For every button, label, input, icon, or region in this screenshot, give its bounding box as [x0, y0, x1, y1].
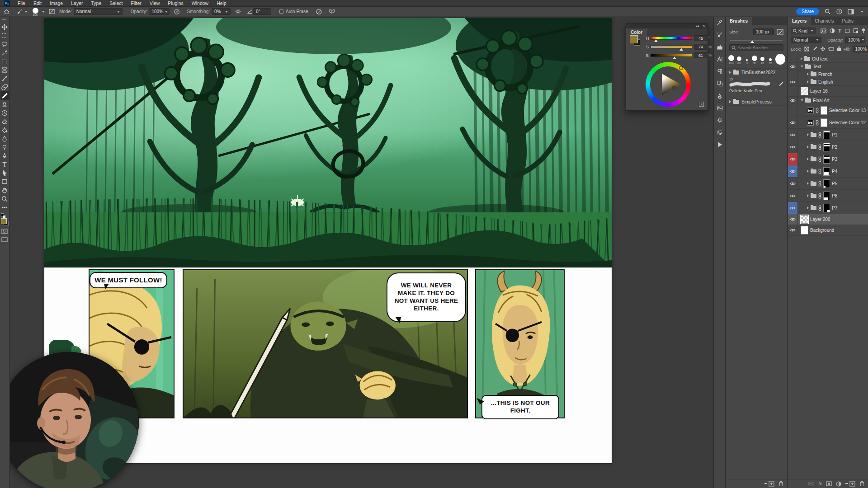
recent-brush-90[interactable]: 90	[751, 56, 758, 65]
lock-position-icon[interactable]	[820, 46, 826, 52]
visibility-toggle[interactable]	[788, 178, 798, 189]
dodge-tool-icon[interactable]	[0, 143, 9, 151]
zoom-tool-icon[interactable]	[0, 194, 9, 203]
color-wheel[interactable]	[646, 62, 691, 107]
visibility-toggle[interactable]	[788, 190, 798, 202]
eraser-tool-icon[interactable]	[0, 117, 9, 126]
pen-tool-icon[interactable]	[0, 151, 9, 160]
selected-brush-preview[interactable]	[775, 54, 785, 65]
brush-group-timbrushes2022[interactable]: TimBrushes2022	[726, 68, 787, 76]
layer-opacity-input[interactable]: 100%	[845, 37, 865, 43]
lock-transparency-icon[interactable]	[804, 47, 809, 52]
visibility-toggle[interactable]	[788, 225, 798, 235]
menu-edit[interactable]: Edit	[29, 0, 46, 7]
brush-preview[interactable]: 100	[30, 8, 40, 16]
layer-row-background[interactable]: Background	[788, 225, 868, 236]
lock-all-icon[interactable]	[837, 46, 841, 52]
color-value-b[interactable]: 61	[694, 52, 707, 58]
panel-collapse-icon[interactable]: ◂◂	[695, 24, 699, 28]
visibility-toggle[interactable]	[788, 165, 798, 177]
quick-selection-tool-icon[interactable]	[0, 48, 9, 57]
filter-shape-layers-icon[interactable]	[844, 28, 850, 33]
layer-row-old-text[interactable]: Old text	[788, 55, 868, 63]
tool-presets-panel-icon[interactable]	[716, 19, 724, 27]
layer-row-french[interactable]: French	[788, 70, 868, 78]
type-tool-icon[interactable]	[0, 160, 9, 169]
smoothing-input[interactable]: 0%	[212, 8, 231, 15]
history-panel-icon[interactable]	[716, 128, 724, 136]
blend-mode-select[interactable]: Normal	[74, 8, 123, 15]
frame-tool-icon[interactable]	[0, 66, 9, 74]
lock-artboard-icon[interactable]	[828, 47, 834, 52]
menu-layer[interactable]: Layer	[67, 0, 87, 7]
share-button[interactable]: Share	[796, 8, 819, 15]
foreground-color-swatch-small[interactable]	[630, 35, 638, 43]
layer-row-english[interactable]: English	[788, 78, 868, 86]
opacity-input[interactable]: 100%	[149, 8, 170, 15]
visibility-toggle[interactable]	[788, 129, 798, 141]
layer-blend-mode-select[interactable]: Normal	[791, 37, 821, 43]
history-brush-tool-icon[interactable]	[0, 108, 9, 117]
search-icon[interactable]	[824, 8, 831, 15]
character-styles-panel-icon[interactable]	[716, 80, 724, 88]
layer-row-layer-16[interactable]: Layer 16	[788, 86, 868, 97]
crop-tool-icon[interactable]	[0, 57, 9, 66]
menu-image[interactable]: Image	[46, 0, 67, 7]
visibility-toggle[interactable]	[788, 55, 798, 62]
menu-window[interactable]: Window	[188, 0, 212, 7]
visibility-toggle[interactable]	[788, 104, 798, 116]
layer-row-layer-200[interactable]: Layer 200	[788, 214, 868, 225]
pressure-size-icon[interactable]	[316, 8, 323, 15]
color-panel-swatches[interactable]	[630, 35, 642, 47]
filter-type-layers-icon[interactable]: T	[838, 28, 841, 33]
hue-marker[interactable]	[679, 66, 683, 70]
tab-paths[interactable]: Paths	[838, 17, 858, 25]
visibility-toggle[interactable]	[788, 202, 798, 214]
layer-row-p4[interactable]: P4	[788, 165, 868, 178]
workspace-chevron-icon[interactable]	[861, 11, 863, 13]
shape-tool-icon[interactable]	[0, 177, 9, 186]
menu-help[interactable]: Help	[212, 0, 231, 7]
clone-stamp-tool-icon[interactable]	[0, 100, 9, 108]
histogram-panel-icon[interactable]	[716, 43, 724, 51]
healing-brush-tool-icon[interactable]	[0, 83, 9, 91]
smoothing-options-gear-icon[interactable]	[234, 8, 241, 15]
layer-row-text[interactable]: Text	[788, 63, 868, 70]
lock-pixels-icon[interactable]	[812, 46, 817, 52]
layer-row-p5[interactable]: P5	[788, 178, 868, 190]
filter-smart-objects-icon[interactable]	[853, 28, 859, 33]
delete-brush-icon[interactable]	[778, 481, 783, 487]
color-slider-s[interactable]: S74%	[646, 44, 712, 50]
tab-brushes[interactable]: Brushes	[726, 17, 752, 25]
visibility-toggle[interactable]	[788, 70, 798, 78]
layer-fill-input[interactable]: 100%	[853, 46, 868, 52]
color-panel-expand-icon[interactable]: +	[699, 102, 704, 107]
layer-row-selective-color-13[interactable]: Selective Color 13	[788, 104, 868, 117]
recent-brush-100[interactable]: 100	[727, 55, 735, 65]
new-adjustment-layer-icon[interactable]	[836, 481, 841, 487]
edit-toolbar-icon[interactable]	[0, 203, 9, 211]
visibility-toggle[interactable]	[788, 214, 798, 225]
paragraph-panel-icon[interactable]	[716, 67, 724, 75]
layer-effects-icon[interactable]: fx	[818, 481, 822, 486]
brush-tool-preset-icon[interactable]	[16, 8, 23, 15]
menu-view[interactable]: View	[146, 0, 164, 7]
color-value-h[interactable]: 45	[694, 35, 707, 41]
brush-group-simpleprocess[interactable]: SimpleProcess	[726, 98, 787, 106]
toolbar-collapse-icon[interactable]: ▸▸	[2, 18, 6, 21]
glyphs-panel-icon[interactable]	[716, 92, 724, 100]
color-value-s[interactable]: 74	[694, 44, 707, 50]
recent-brush-15[interactable]: 15	[767, 58, 774, 65]
marquee-tool-icon[interactable]	[0, 31, 9, 40]
add-layer-mask-icon[interactable]	[826, 481, 832, 486]
visibility-toggle[interactable]	[788, 63, 798, 70]
visibility-toggle[interactable]	[788, 86, 798, 96]
menu-plugins[interactable]: Plugins	[164, 0, 187, 7]
workspace-switcher-icon[interactable]	[847, 8, 854, 15]
visibility-toggle[interactable]	[788, 78, 798, 85]
blur-tool-icon[interactable]	[0, 134, 9, 143]
adjustments-panel-icon[interactable]	[716, 116, 724, 124]
brush-item-pallete-knife-pen[interactable]: 15	[726, 76, 787, 88]
link-layers-icon[interactable]	[808, 482, 814, 486]
visibility-toggle[interactable]	[788, 97, 798, 104]
